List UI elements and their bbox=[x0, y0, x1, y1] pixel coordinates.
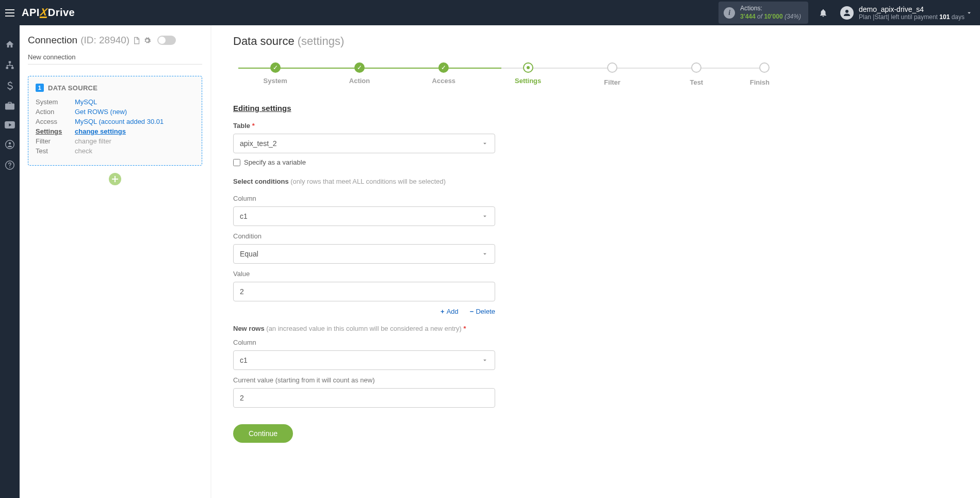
step-access[interactable]: ✓Access bbox=[402, 62, 486, 85]
chevron-down-icon[interactable] bbox=[966, 9, 973, 17]
home-icon bbox=[5, 40, 14, 49]
ds-link-settings[interactable]: change settings bbox=[75, 127, 126, 135]
ds-row-access: Access MySQL (account added 30.01 bbox=[36, 118, 194, 125]
gear-icon bbox=[143, 37, 151, 44]
select-conditions-label: Select conditions (only rows that meet A… bbox=[233, 178, 495, 185]
column-value: c1 bbox=[240, 212, 248, 220]
data-source-box: 1 DATA SOURCE System MySQL Action Get RO… bbox=[28, 76, 202, 166]
sidebar-connections[interactable] bbox=[0, 60, 20, 70]
youtube-icon bbox=[5, 121, 15, 128]
ds-link-action[interactable]: Get ROWS (new) bbox=[75, 108, 127, 116]
svg-rect-5 bbox=[6, 67, 9, 69]
new-connection-link[interactable]: New connection bbox=[28, 53, 202, 65]
data-source-badge: 1 bbox=[36, 84, 44, 92]
table-select[interactable]: apix_test_2 bbox=[233, 134, 495, 153]
sidebar-billing[interactable] bbox=[0, 81, 20, 90]
user-icon bbox=[842, 8, 852, 18]
value-label: Value bbox=[233, 270, 495, 278]
step-system[interactable]: ✓System bbox=[233, 62, 317, 85]
table-value: apix_test_2 bbox=[240, 139, 277, 148]
sidebar-tools[interactable] bbox=[0, 102, 20, 110]
ds-link-access[interactable]: MySQL (account added 30.01 bbox=[75, 118, 164, 125]
dollar-icon bbox=[7, 81, 13, 90]
svg-rect-6 bbox=[11, 67, 14, 69]
condition-value: Equal bbox=[240, 250, 258, 258]
svg-point-9 bbox=[9, 142, 11, 145]
condition-select[interactable]: Equal bbox=[233, 244, 495, 264]
bell-icon bbox=[819, 8, 828, 18]
logo[interactable]: APIXDrive bbox=[20, 7, 75, 19]
nr-column-select[interactable]: c1 bbox=[233, 350, 495, 370]
data-source-title: 1 DATA SOURCE bbox=[36, 84, 194, 92]
actions-of: of bbox=[757, 13, 762, 20]
nr-column-label: Column bbox=[233, 339, 495, 346]
ds-link-system[interactable]: MySQL bbox=[75, 98, 97, 106]
condition-label: Condition bbox=[233, 232, 495, 240]
user-circle-icon bbox=[5, 140, 14, 149]
condition-actions: + Add − Delete bbox=[233, 308, 495, 315]
current-value-label: Current value (starting from it will cou… bbox=[233, 376, 495, 384]
ds-row-system: System MySQL bbox=[36, 98, 194, 106]
step-action[interactable]: ✓Action bbox=[317, 62, 401, 85]
menu-toggle[interactable] bbox=[0, 0, 20, 25]
delete-condition-button[interactable]: − Delete bbox=[470, 308, 495, 315]
specify-variable-checkbox[interactable] bbox=[233, 159, 240, 166]
notifications-button[interactable] bbox=[819, 8, 828, 18]
continue-button[interactable]: Continue bbox=[233, 424, 293, 443]
connection-id: (ID: 28940) bbox=[80, 35, 129, 46]
ds-link-filter: change filter bbox=[75, 137, 111, 145]
connection-label: Connection bbox=[28, 35, 77, 46]
sitemap-icon bbox=[5, 60, 14, 70]
add-step-button[interactable] bbox=[109, 173, 121, 185]
user-menu[interactable]: demo_apix-drive_s4 Plan |Start| left unt… bbox=[840, 5, 980, 21]
ds-link-test: check bbox=[75, 147, 92, 155]
current-value-input[interactable] bbox=[240, 394, 488, 402]
chevron-down-icon bbox=[481, 140, 488, 147]
specify-variable-label: Specify as a variable bbox=[244, 158, 306, 166]
copy-button[interactable] bbox=[133, 37, 140, 44]
svg-rect-2 bbox=[5, 15, 14, 17]
settings-button[interactable] bbox=[143, 37, 151, 44]
user-plan: Plan |Start| left until payment 101 days bbox=[859, 13, 965, 21]
value-input[interactable] bbox=[240, 287, 488, 296]
connection-header: Connection (ID: 28940) bbox=[28, 35, 202, 46]
actions-counter[interactable]: i Actions: 3'444 of 10'000 (34%) bbox=[718, 2, 808, 24]
settings-form: Table * apix_test_2 Specify as a variabl… bbox=[233, 122, 495, 443]
user-name: demo_apix-drive_s4 bbox=[859, 5, 965, 13]
ds-row-test: Test check bbox=[36, 147, 194, 155]
step-filter[interactable]: Filter bbox=[570, 62, 654, 86]
logo-text-x: X bbox=[39, 8, 48, 18]
connection-toggle[interactable] bbox=[157, 36, 176, 45]
data-source-title-text: DATA SOURCE bbox=[48, 84, 97, 92]
sidebar-account[interactable] bbox=[0, 140, 20, 149]
topbar-right: i Actions: 3'444 of 10'000 (34%) demo_ap… bbox=[718, 0, 980, 25]
logo-text-drive: Drive bbox=[48, 7, 75, 19]
plus-icon bbox=[112, 176, 118, 182]
svg-point-3 bbox=[845, 10, 848, 13]
svg-point-11 bbox=[9, 167, 10, 168]
chevron-down-icon bbox=[481, 357, 488, 364]
sidebar-home[interactable] bbox=[0, 40, 20, 49]
actions-total: 10'000 bbox=[764, 13, 782, 20]
add-condition-button[interactable]: + Add bbox=[440, 308, 459, 315]
user-text: demo_apix-drive_s4 Plan |Start| left unt… bbox=[859, 5, 965, 21]
svg-rect-4 bbox=[9, 61, 11, 63]
new-rows-label: New rows (an increased value in this col… bbox=[233, 325, 495, 332]
sidebar-video[interactable] bbox=[0, 121, 20, 128]
logo-text-api: API bbox=[22, 7, 40, 19]
ds-row-action: Action Get ROWS (new) bbox=[36, 108, 194, 116]
step-test[interactable]: Test bbox=[655, 62, 739, 86]
stepper: ✓System ✓Action ✓Access Settings Filter … bbox=[233, 62, 770, 86]
right-panel: Data source (settings) ✓System ✓Action ✓… bbox=[211, 25, 980, 498]
file-icon bbox=[133, 37, 140, 44]
column-label: Column bbox=[233, 195, 495, 202]
column-select[interactable]: c1 bbox=[233, 206, 495, 226]
actions-pct: (34%) bbox=[785, 13, 801, 20]
step-finish[interactable]: Finish bbox=[739, 62, 770, 86]
chevron-down-icon bbox=[481, 213, 488, 220]
ds-row-filter: Filter change filter bbox=[36, 137, 194, 145]
section-title: Editing settings bbox=[233, 104, 980, 113]
value-input-wrapper bbox=[233, 282, 495, 301]
step-settings[interactable]: Settings bbox=[486, 62, 570, 85]
sidebar-help[interactable] bbox=[0, 160, 20, 170]
